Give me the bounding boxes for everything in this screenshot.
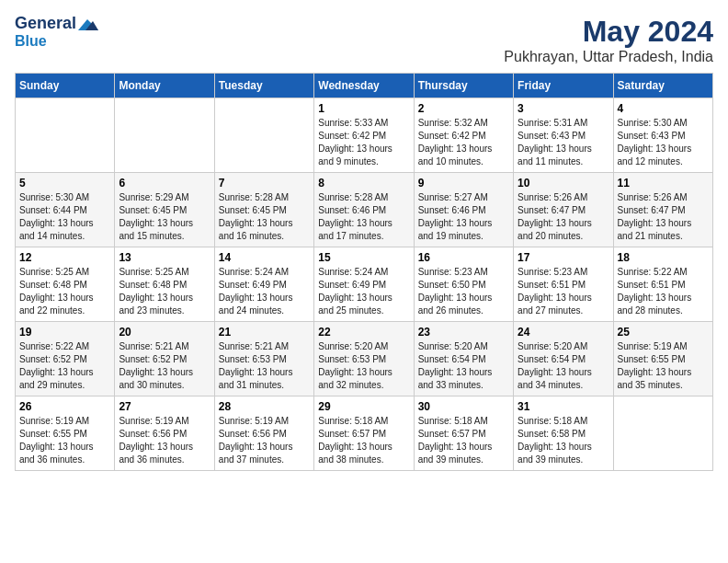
day-number: 20 [119, 326, 210, 339]
day-cell: 11Sunrise: 5:26 AMSunset: 6:47 PMDayligh… [613, 173, 712, 247]
day-info: Sunrise: 5:32 AMSunset: 6:42 PMDaylight:… [418, 117, 509, 168]
day-cell [16, 98, 115, 173]
day-cell: 13Sunrise: 5:25 AMSunset: 6:48 PMDayligh… [115, 247, 214, 322]
logo-general: General [15, 15, 76, 33]
week-row-2: 5Sunrise: 5:30 AMSunset: 6:44 PMDaylight… [16, 173, 713, 247]
day-cell: 16Sunrise: 5:23 AMSunset: 6:50 PMDayligh… [414, 247, 513, 322]
day-number: 24 [518, 326, 609, 339]
day-cell: 3Sunrise: 5:31 AMSunset: 6:43 PMDaylight… [514, 98, 613, 173]
day-number: 27 [119, 400, 210, 413]
day-number: 17 [518, 251, 609, 264]
day-number: 15 [318, 251, 409, 264]
day-number: 10 [518, 177, 609, 190]
day-info: Sunrise: 5:26 AMSunset: 6:47 PMDaylight:… [518, 191, 609, 243]
day-number: 3 [518, 102, 609, 115]
day-info: Sunrise: 5:24 AMSunset: 6:49 PMDaylight:… [318, 266, 409, 317]
day-info: Sunrise: 5:26 AMSunset: 6:47 PMDaylight:… [618, 191, 709, 243]
day-info: Sunrise: 5:23 AMSunset: 6:50 PMDaylight:… [418, 266, 509, 317]
day-number: 8 [318, 177, 409, 190]
weekday-header-friday: Friday [514, 74, 613, 98]
day-number: 28 [219, 400, 310, 413]
weekday-header-thursday: Thursday [414, 74, 513, 98]
week-row-3: 12Sunrise: 5:25 AMSunset: 6:48 PMDayligh… [16, 247, 713, 322]
day-number: 5 [19, 177, 110, 190]
day-cell [613, 396, 712, 471]
day-info: Sunrise: 5:19 AMSunset: 6:55 PMDaylight:… [19, 415, 110, 466]
day-info: Sunrise: 5:30 AMSunset: 6:44 PMDaylight:… [19, 191, 110, 243]
day-cell: 31Sunrise: 5:18 AMSunset: 6:58 PMDayligh… [514, 396, 613, 471]
day-cell: 17Sunrise: 5:23 AMSunset: 6:51 PMDayligh… [514, 247, 613, 322]
weekday-header-tuesday: Tuesday [214, 74, 313, 98]
day-cell: 28Sunrise: 5:19 AMSunset: 6:56 PMDayligh… [214, 396, 313, 471]
day-cell: 9Sunrise: 5:27 AMSunset: 6:46 PMDaylight… [414, 173, 513, 247]
day-info: Sunrise: 5:22 AMSunset: 6:52 PMDaylight:… [19, 340, 110, 392]
day-info: Sunrise: 5:24 AMSunset: 6:49 PMDaylight:… [219, 266, 310, 317]
day-number: 26 [19, 400, 110, 413]
day-cell: 27Sunrise: 5:19 AMSunset: 6:56 PMDayligh… [115, 396, 214, 471]
day-cell: 18Sunrise: 5:22 AMSunset: 6:51 PMDayligh… [613, 247, 712, 322]
day-number: 31 [518, 400, 609, 413]
day-info: Sunrise: 5:22 AMSunset: 6:51 PMDaylight:… [618, 266, 709, 317]
day-info: Sunrise: 5:28 AMSunset: 6:46 PMDaylight:… [318, 191, 409, 243]
day-number: 19 [19, 326, 110, 339]
day-cell: 1Sunrise: 5:33 AMSunset: 6:42 PMDaylight… [314, 98, 414, 173]
day-number: 21 [219, 326, 310, 339]
day-cell: 12Sunrise: 5:25 AMSunset: 6:48 PMDayligh… [16, 247, 115, 322]
day-info: Sunrise: 5:20 AMSunset: 6:54 PMDaylight:… [518, 340, 609, 392]
day-cell: 14Sunrise: 5:24 AMSunset: 6:49 PMDayligh… [214, 247, 313, 322]
day-number: 9 [418, 177, 509, 190]
day-info: Sunrise: 5:31 AMSunset: 6:43 PMDaylight:… [518, 117, 609, 168]
day-cell: 20Sunrise: 5:21 AMSunset: 6:52 PMDayligh… [115, 322, 214, 396]
day-cell [115, 98, 214, 173]
day-info: Sunrise: 5:33 AMSunset: 6:42 PMDaylight:… [318, 117, 409, 168]
day-cell: 6Sunrise: 5:29 AMSunset: 6:45 PMDaylight… [115, 173, 214, 247]
day-number: 13 [119, 251, 210, 264]
day-cell: 4Sunrise: 5:30 AMSunset: 6:43 PMDaylight… [613, 98, 712, 173]
day-number: 12 [19, 251, 110, 264]
day-info: Sunrise: 5:25 AMSunset: 6:48 PMDaylight:… [119, 266, 210, 317]
day-cell: 30Sunrise: 5:18 AMSunset: 6:57 PMDayligh… [414, 396, 513, 471]
day-info: Sunrise: 5:23 AMSunset: 6:51 PMDaylight:… [518, 266, 609, 317]
week-row-1: 1Sunrise: 5:33 AMSunset: 6:42 PMDaylight… [16, 98, 713, 173]
day-cell: 15Sunrise: 5:24 AMSunset: 6:49 PMDayligh… [314, 247, 414, 322]
day-info: Sunrise: 5:20 AMSunset: 6:54 PMDaylight:… [418, 340, 509, 392]
day-number: 16 [418, 251, 509, 264]
day-cell: 8Sunrise: 5:28 AMSunset: 6:46 PMDaylight… [314, 173, 414, 247]
logo: General Blue [15, 15, 98, 49]
day-info: Sunrise: 5:18 AMSunset: 6:57 PMDaylight:… [318, 415, 409, 466]
day-cell: 19Sunrise: 5:22 AMSunset: 6:52 PMDayligh… [16, 322, 115, 396]
day-cell [214, 98, 313, 173]
day-info: Sunrise: 5:20 AMSunset: 6:53 PMDaylight:… [318, 340, 409, 392]
day-info: Sunrise: 5:25 AMSunset: 6:48 PMDaylight:… [19, 266, 110, 317]
weekday-header-wednesday: Wednesday [314, 74, 414, 98]
week-row-5: 26Sunrise: 5:19 AMSunset: 6:55 PMDayligh… [16, 396, 713, 471]
day-cell: 7Sunrise: 5:28 AMSunset: 6:45 PMDaylight… [214, 173, 313, 247]
day-cell: 29Sunrise: 5:18 AMSunset: 6:57 PMDayligh… [314, 396, 414, 471]
day-number: 6 [119, 177, 210, 190]
day-number: 7 [219, 177, 310, 190]
day-info: Sunrise: 5:18 AMSunset: 6:57 PMDaylight:… [418, 415, 509, 466]
day-cell: 25Sunrise: 5:19 AMSunset: 6:55 PMDayligh… [613, 322, 712, 396]
day-info: Sunrise: 5:18 AMSunset: 6:58 PMDaylight:… [518, 415, 609, 466]
day-number: 1 [318, 102, 409, 115]
day-number: 4 [618, 102, 709, 115]
calendar-table: SundayMondayTuesdayWednesdayThursdayFrid… [15, 73, 713, 471]
weekday-header-saturday: Saturday [613, 74, 712, 98]
month-title: May 2024 [504, 15, 713, 49]
day-number: 29 [318, 400, 409, 413]
day-number: 18 [618, 251, 709, 264]
day-info: Sunrise: 5:21 AMSunset: 6:52 PMDaylight:… [119, 340, 210, 392]
day-info: Sunrise: 5:21 AMSunset: 6:53 PMDaylight:… [219, 340, 310, 392]
day-cell: 23Sunrise: 5:20 AMSunset: 6:54 PMDayligh… [414, 322, 513, 396]
day-cell: 26Sunrise: 5:19 AMSunset: 6:55 PMDayligh… [16, 396, 115, 471]
day-number: 25 [618, 326, 709, 339]
location-title: Pukhrayan, Uttar Pradesh, India [504, 49, 713, 65]
day-info: Sunrise: 5:19 AMSunset: 6:56 PMDaylight:… [219, 415, 310, 466]
day-cell: 5Sunrise: 5:30 AMSunset: 6:44 PMDaylight… [16, 173, 115, 247]
title-area: May 2024 Pukhrayan, Uttar Pradesh, India [504, 15, 713, 65]
day-cell: 10Sunrise: 5:26 AMSunset: 6:47 PMDayligh… [514, 173, 613, 247]
day-number: 2 [418, 102, 509, 115]
day-info: Sunrise: 5:19 AMSunset: 6:55 PMDaylight:… [618, 340, 709, 392]
week-row-4: 19Sunrise: 5:22 AMSunset: 6:52 PMDayligh… [16, 322, 713, 396]
logo-blue: Blue [15, 33, 47, 50]
